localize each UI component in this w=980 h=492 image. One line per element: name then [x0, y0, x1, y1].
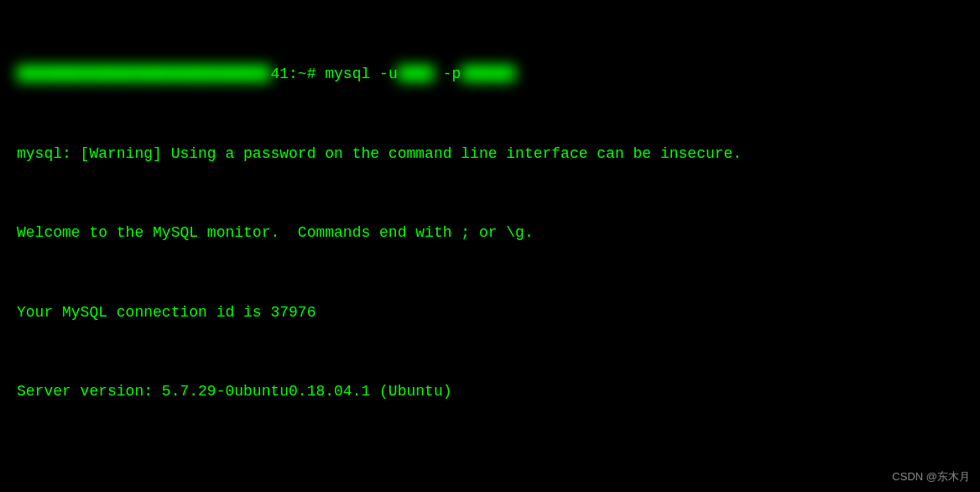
redacted-host: ████████████████████████████ [17, 61, 270, 88]
output-line-server: Server version: 5.7.29-0ubuntu0.18.04.1 … [17, 379, 963, 406]
command-line: ████████████████████████████ 41:~# mysql… [17, 61, 963, 88]
output-line-connection: Your MySQL connection id is 37976 [17, 300, 963, 327]
output-line-welcome: Welcome to the MySQL monitor. Commands e… [17, 220, 963, 247]
watermark-text: CSDN @东木月 [892, 468, 970, 487]
redacted-password: ██████ [461, 61, 515, 88]
terminal-output[interactable]: ████████████████████████████ 41:~# mysql… [17, 8, 963, 492]
command-part2: -p [434, 61, 461, 88]
redacted-user: ████ [398, 61, 434, 88]
output-blank [17, 458, 963, 485]
command-part1: 41:~# mysql -u [270, 61, 397, 88]
output-line-warning: mysql: [Warning] Using a password on the… [17, 141, 963, 168]
